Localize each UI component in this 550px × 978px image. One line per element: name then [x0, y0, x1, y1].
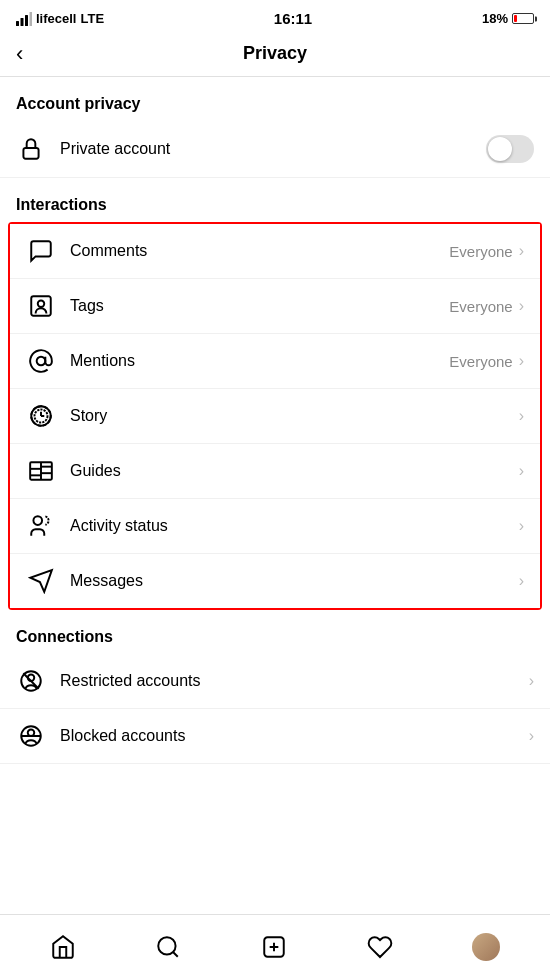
mentions-row[interactable]: Mentions Everyone › [10, 334, 540, 389]
activity-status-label: Activity status [70, 517, 519, 535]
status-bar: lifecell LTE 16:11 18% [0, 0, 550, 33]
battery-percent: 18% [482, 11, 508, 26]
carrier-name: lifecell [36, 11, 76, 26]
restricted-accounts-icon [16, 668, 46, 694]
mentions-icon [26, 348, 56, 374]
blocked-accounts-chevron: › [529, 727, 534, 745]
messages-row[interactable]: Messages › [10, 554, 540, 608]
battery-icon [512, 13, 534, 24]
heart-icon [367, 934, 393, 960]
status-battery: 18% [482, 11, 534, 26]
svg-line-27 [173, 952, 178, 957]
mentions-label: Mentions [70, 352, 449, 370]
private-account-row[interactable]: Private account [0, 121, 550, 178]
blocked-accounts-label: Blocked accounts [60, 727, 529, 745]
interactions-section-label: Interactions [0, 178, 550, 222]
guides-icon [26, 458, 56, 484]
comments-chevron: › [519, 242, 524, 260]
svg-rect-2 [25, 15, 28, 26]
svg-point-18 [33, 516, 42, 525]
nav-heart[interactable] [355, 926, 405, 968]
page-title: Privacy [243, 43, 307, 64]
private-account-toggle[interactable] [486, 135, 534, 163]
svg-point-6 [38, 301, 45, 308]
nav-home[interactable] [38, 926, 88, 968]
guides-row[interactable]: Guides › [10, 444, 540, 499]
comments-icon [26, 238, 56, 264]
blocked-accounts-row[interactable]: Blocked accounts › [0, 709, 550, 764]
tags-value: Everyone [449, 298, 512, 315]
network-type: LTE [80, 11, 104, 26]
nav-add[interactable] [249, 926, 299, 968]
messages-icon [26, 568, 56, 594]
messages-label: Messages [70, 572, 519, 590]
story-label: Story [70, 407, 519, 425]
restricted-accounts-label: Restricted accounts [60, 672, 529, 690]
svg-point-7 [37, 357, 46, 366]
svg-rect-1 [21, 18, 24, 26]
svg-point-26 [159, 937, 176, 954]
story-icon [26, 403, 56, 429]
guides-label: Guides [70, 462, 519, 480]
connections-section-label: Connections [0, 610, 550, 654]
activity-status-chevron: › [519, 517, 524, 535]
svg-point-25 [28, 730, 35, 737]
tags-icon [26, 293, 56, 319]
comments-row[interactable]: Comments Everyone › [10, 224, 540, 279]
story-chevron: › [519, 407, 524, 425]
blocked-accounts-icon [16, 723, 46, 749]
lock-icon [16, 136, 46, 162]
add-icon [261, 934, 287, 960]
search-icon [155, 934, 181, 960]
comments-value: Everyone [449, 243, 512, 260]
bottom-nav [0, 914, 550, 978]
svg-rect-5 [31, 296, 51, 316]
story-row[interactable]: Story › [10, 389, 540, 444]
status-carrier: lifecell LTE [16, 11, 104, 26]
page-header: ‹ Privacy [0, 33, 550, 77]
svg-marker-19 [30, 570, 52, 592]
nav-search[interactable] [143, 926, 193, 968]
guides-chevron: › [519, 462, 524, 480]
home-icon [50, 934, 76, 960]
mentions-chevron: › [519, 352, 524, 370]
account-privacy-section-label: Account privacy [0, 77, 550, 121]
svg-rect-3 [30, 12, 33, 26]
mentions-value: Everyone [449, 353, 512, 370]
tags-label: Tags [70, 297, 449, 315]
activity-status-row[interactable]: Activity status › [10, 499, 540, 554]
svg-rect-0 [16, 21, 19, 26]
restricted-accounts-row[interactable]: Restricted accounts › [0, 654, 550, 709]
profile-avatar [472, 933, 500, 961]
private-account-label: Private account [60, 140, 486, 158]
activity-status-icon [26, 513, 56, 539]
svg-rect-4 [23, 148, 38, 159]
interactions-box: Comments Everyone › Tags Everyone › Ment… [8, 222, 542, 610]
tags-row[interactable]: Tags Everyone › [10, 279, 540, 334]
tags-chevron: › [519, 297, 524, 315]
restricted-accounts-chevron: › [529, 672, 534, 690]
messages-chevron: › [519, 572, 524, 590]
back-button[interactable]: ‹ [16, 43, 23, 65]
comments-label: Comments [70, 242, 449, 260]
nav-profile[interactable] [460, 925, 512, 969]
status-time: 16:11 [274, 10, 312, 27]
